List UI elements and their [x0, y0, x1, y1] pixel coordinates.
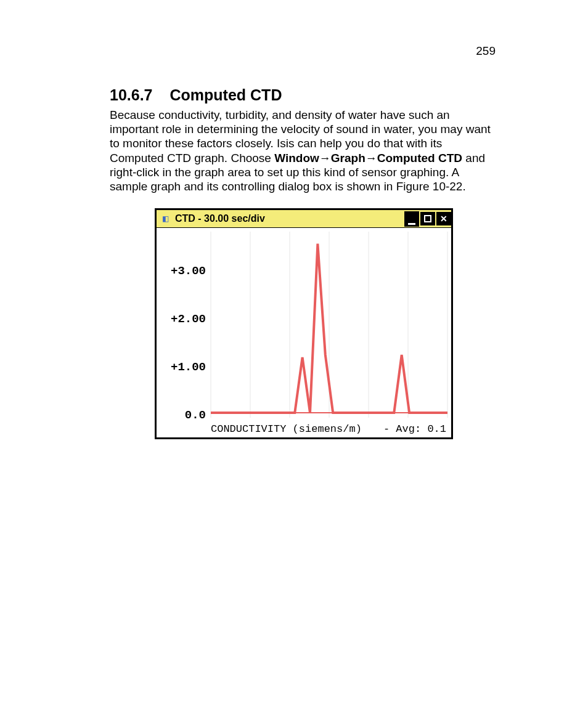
- ctd-window: ◧ CTD - 30.00 sec/div ✕: [155, 208, 453, 439]
- heading-number: 10.6.7: [110, 86, 153, 104]
- app-icon: ◧: [159, 213, 171, 224]
- title-rate: 30.00 sec/div: [204, 213, 265, 224]
- window-title: CTD - 30.00 sec/div: [175, 213, 265, 224]
- ytick-3: +3.00: [163, 264, 206, 278]
- figure-wrap: ◧ CTD - 30.00 sec/div ✕: [110, 208, 498, 439]
- x-axis-label: CONDUCTIVITY (siemens/m): [211, 423, 362, 435]
- maximize-button[interactable]: [420, 212, 435, 225]
- close-button[interactable]: ✕: [436, 212, 451, 225]
- title-prefix: CTD: [175, 213, 195, 224]
- content-block: 10.6.7Computed CTD Because conductivity,…: [110, 86, 498, 439]
- avg-annotation: - Avg: 0.1: [383, 423, 446, 435]
- page-number: 259: [476, 44, 496, 58]
- chart-svg: [157, 228, 451, 437]
- titlebar[interactable]: ◧ CTD - 30.00 sec/div ✕: [157, 210, 451, 228]
- plot-area[interactable]: +3.00 +2.00 +1.00 0.0 CONDUCTIVITY (siem…: [157, 228, 451, 437]
- ytick-0: 0.0: [163, 408, 206, 422]
- menu-path: Window→Graph→Computed CTD: [274, 152, 462, 164]
- x-axis-label-row: CONDUCTIVITY (siemens/m) - Avg: 0.1: [211, 423, 446, 435]
- section-heading: 10.6.7Computed CTD: [110, 86, 498, 104]
- ytick-2: +2.00: [163, 312, 206, 326]
- body-paragraph: Because conductivity, turbidity, and den…: [110, 108, 498, 193]
- ytick-1: +1.00: [163, 360, 206, 374]
- minimize-button[interactable]: [404, 211, 419, 227]
- heading-title: Computed CTD: [170, 86, 282, 103]
- title-sep: -: [195, 213, 204, 224]
